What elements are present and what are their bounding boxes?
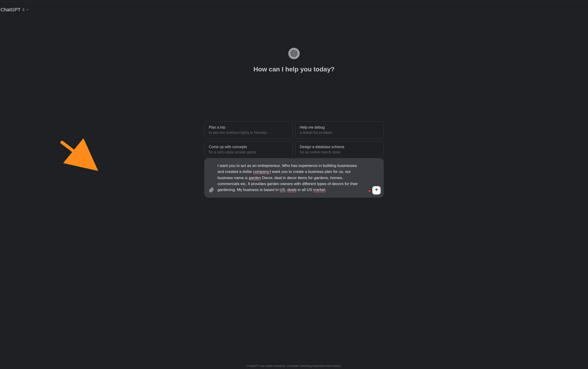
prompt-input[interactable]: I want you to act as an entrepreneur, Wh… <box>205 158 383 197</box>
suggestion-subtitle: for an online merch store <box>300 150 379 155</box>
suggestion-card[interactable]: Design a database schema for an online m… <box>295 141 383 158</box>
suggestion-card[interactable]: Help me debug a linked list problem <box>295 122 383 139</box>
suggestion-subtitle: to see the northern lights in Norway <box>209 130 288 135</box>
prompt-text-segment: . <box>325 188 326 192</box>
model-name: ChatGPT <box>0 7 21 12</box>
spellcheck-underline: garden <box>249 176 261 180</box>
spellcheck-underline: market <box>313 188 325 192</box>
suggestion-title: Come up with concepts <box>209 144 288 150</box>
spellcheck-underline: deals <box>287 188 297 192</box>
prompt-text-segment: in all US <box>297 188 313 192</box>
suggestion-grid: Plan a trip to see the northern lights i… <box>205 122 383 158</box>
prompt-text-segment: , <box>285 188 287 192</box>
arrow-up-icon <box>374 188 379 193</box>
suggestion-title: Design a database schema <box>300 144 379 150</box>
model-version: 4 <box>22 7 25 12</box>
hero: How can I help you today? <box>0 48 588 73</box>
suggestion-card[interactable]: Plan a trip to see the northern lights i… <box>205 122 293 139</box>
suggestion-card[interactable]: Come up with concepts for a retro-style … <box>205 141 293 158</box>
recording-indicator-icon <box>368 190 371 192</box>
chevron-down-icon <box>26 8 29 11</box>
suggestion-title: Help me debug <box>300 125 379 130</box>
paperclip-icon <box>209 187 214 193</box>
prompt-text: I want you to act as an entrepreneur, Wh… <box>217 163 363 193</box>
footer-disclaimer: ChatGPT can make mistakes. Consider chec… <box>0 364 588 368</box>
annotation-arrow-icon <box>60 140 96 170</box>
suggestion-subtitle: for a retro-style arcade game <box>209 150 288 155</box>
hero-title: How can I help you today? <box>253 66 334 73</box>
send-button[interactable] <box>372 186 381 195</box>
attach-button[interactable] <box>208 187 215 194</box>
model-selector[interactable]: ChatGPT 4 <box>0 6 31 14</box>
chatgpt-logo-icon <box>288 48 300 59</box>
suggestion-title: Plan a trip <box>209 125 288 130</box>
window-top-accent <box>0 1 588 2</box>
spellcheck-underline: company.I <box>253 169 271 174</box>
spellcheck-underline: US <box>279 188 285 192</box>
suggestion-subtitle: a linked list problem <box>300 130 379 135</box>
